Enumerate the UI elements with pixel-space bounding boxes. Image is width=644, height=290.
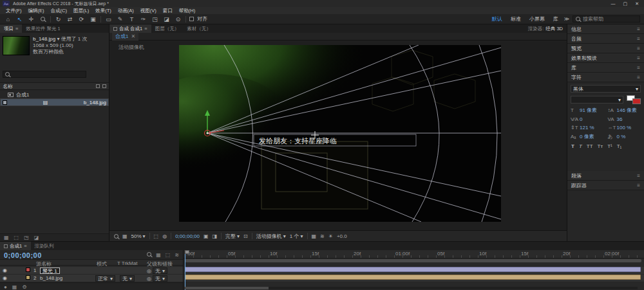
search-icon[interactable] xyxy=(147,252,151,257)
viewer-comp-tab[interactable]: 合成1 ✕ xyxy=(112,33,138,41)
menu-composition[interactable]: 合成(C) xyxy=(48,8,70,14)
exposure-sun-icon[interactable]: ☀ xyxy=(328,233,333,239)
scrollbar-thumb[interactable] xyxy=(185,287,269,289)
switches-icon[interactable]: ▦ xyxy=(12,284,17,290)
project-list-header[interactable]: 名称 xyxy=(0,82,109,90)
show-snapshot-icon[interactable]: ◨ xyxy=(213,233,218,239)
workspace-overflow-icon[interactable]: ≫ xyxy=(564,16,569,22)
panel-menu-icon[interactable]: ≡ xyxy=(637,36,640,42)
transfer-controls-icon[interactable]: ⚙ xyxy=(22,284,26,290)
panel-libraries[interactable]: 库 ≡ xyxy=(567,63,644,73)
chevron-down-icon[interactable]: ▾ xyxy=(57,36,59,42)
workspace-small-screen[interactable]: 小屏幕 xyxy=(527,15,547,23)
menu-edit[interactable]: 编辑(E) xyxy=(25,8,48,14)
workspace-libraries[interactable]: 库 xyxy=(551,15,561,23)
tracking-field[interactable]: VA 36 xyxy=(608,116,641,122)
panel-menu-icon[interactable]: ≡ xyxy=(24,243,26,249)
renderer-control[interactable]: 渲染器: 经典 3D xyxy=(524,24,567,33)
label-color-swatch[interactable] xyxy=(26,267,30,272)
overlay-text[interactable]: 发给朋友：支持星座降临 xyxy=(259,137,337,145)
zoom-tool-icon[interactable] xyxy=(39,15,47,24)
horizontal-scrollbar[interactable] xyxy=(185,287,638,289)
layer-bar-footage[interactable] xyxy=(185,275,641,280)
time-ruler[interactable]: :00f 05f 10f 15f 20f 01:00f 05f 10f 15f … xyxy=(184,250,644,258)
tab-composition[interactable]: 合成 合成1 ≡ xyxy=(109,24,151,33)
fast-previews-icon[interactable]: ≋ xyxy=(320,233,325,239)
snapshot-icon[interactable]: ▣ xyxy=(204,233,209,239)
panel-menu-icon[interactable]: ≡ xyxy=(15,26,18,32)
baseline-shift-field[interactable]: Aₐ 0 像素 xyxy=(571,133,604,140)
pan-camera-tool-icon[interactable]: ⇄ xyxy=(66,15,74,24)
brush-tool-icon[interactable]: ✑ xyxy=(139,15,147,24)
camera-tool-icon[interactable]: ▣ xyxy=(89,15,97,24)
composition-canvas[interactable]: 发给朋友：支持星座降临 xyxy=(179,45,501,222)
menu-window[interactable]: 窗口 xyxy=(160,8,176,14)
menu-layer[interactable]: 图层(L) xyxy=(70,8,92,14)
font-family-select[interactable]: 黑体 ▾ xyxy=(571,85,641,93)
tab-footage[interactable]: 素材（无） xyxy=(183,24,215,33)
new-folder-icon[interactable]: ◳ xyxy=(24,235,29,240)
hand-tool-icon[interactable]: ✛ xyxy=(27,15,35,24)
panel-menu-icon[interactable]: ≡ xyxy=(637,183,640,188)
kerning-field[interactable]: V∕A 0 xyxy=(571,116,604,122)
layer-name-input[interactable]: 聚光 1 xyxy=(40,267,60,274)
panel-preview[interactable]: 预览 ≡ xyxy=(567,44,644,53)
help-search-input[interactable]: 搜索帮助 xyxy=(573,15,640,23)
pixel-aspect-icon[interactable]: ▦ xyxy=(312,233,317,239)
view-layout-select[interactable]: 1 个 ▾ xyxy=(290,233,303,240)
parent-select[interactable]: 无 ▾ xyxy=(153,267,167,274)
all-caps-toggle[interactable]: TT xyxy=(587,143,593,149)
frame-blending-icon[interactable]: ≋ xyxy=(175,252,179,258)
current-time-indicator[interactable] xyxy=(185,250,185,290)
panel-menu-icon[interactable]: ≡ xyxy=(637,26,640,32)
panel-effects-presets[interactable]: 效果和预设 ≡ xyxy=(567,53,644,63)
small-caps-toggle[interactable]: Tᴛ xyxy=(598,143,603,149)
layer-bar-spotlight[interactable] xyxy=(185,267,641,272)
menu-help[interactable]: 帮助(H) xyxy=(176,8,198,14)
maximize-button[interactable]: ▢ xyxy=(623,1,628,6)
layer-name[interactable]: b_148.jpg xyxy=(40,275,62,281)
label-color-swatch[interactable] xyxy=(26,275,30,280)
pickwhip-icon[interactable]: ◎ xyxy=(147,276,151,282)
workspace-default[interactable]: 默认 xyxy=(489,15,505,23)
shape-tool-icon[interactable]: ▭ xyxy=(104,15,113,24)
minimize-button[interactable]: — xyxy=(611,1,616,6)
menu-view[interactable]: 视图(V) xyxy=(137,8,160,14)
project-item-footage[interactable]: ▤ b_148.jpg xyxy=(0,98,109,106)
layer-row-1[interactable]: ◉ 1 聚光 1 ◎ 无 ▾ xyxy=(0,267,183,275)
type-tool-icon[interactable]: T xyxy=(128,15,136,24)
project-item-comp[interactable]: 合成1 xyxy=(0,91,109,98)
superscript-toggle[interactable]: T¹ xyxy=(607,143,612,149)
panel-menu-icon[interactable]: ≡ xyxy=(637,55,640,61)
grid-options-icon[interactable]: ▦ xyxy=(122,233,128,239)
eraser-tool-icon[interactable]: ◪ xyxy=(162,15,171,24)
pen-tool-icon[interactable]: ✎ xyxy=(116,15,124,24)
col-trkmat[interactable]: T TrkMat xyxy=(117,260,137,266)
channels-icon[interactable]: ◍ xyxy=(162,233,167,239)
safe-margins-icon[interactable]: ⬚ xyxy=(154,233,159,239)
timeline-track-area[interactable]: :00f 05f 10f 15f 20f 01:00f 05f 10f 15f … xyxy=(184,250,644,290)
exposure-value[interactable]: +0.0 xyxy=(337,233,347,239)
eye-icon[interactable]: ◉ xyxy=(3,275,7,281)
selection-tool-icon[interactable]: ↖ xyxy=(15,15,24,24)
panel-character[interactable]: 字符 ≡ xyxy=(567,73,644,82)
trash-icon[interactable]: ◪ xyxy=(34,235,39,240)
trkmat-select[interactable]: 无 ▾ xyxy=(120,275,135,282)
viewer-timecode[interactable]: 0;00;00;00 xyxy=(175,233,200,239)
eye-icon[interactable]: ◉ xyxy=(3,267,7,273)
work-area-bar[interactable] xyxy=(185,259,641,262)
blend-mode-select[interactable]: 正常 ▾ xyxy=(95,275,115,282)
panel-menu-icon[interactable]: ≡ xyxy=(637,46,640,51)
workspace-standard[interactable]: 标准 xyxy=(508,15,524,23)
menu-effect[interactable]: 效果(T) xyxy=(92,8,115,14)
color-depth-icon[interactable]: ⬚ xyxy=(14,235,19,240)
faux-italic-toggle[interactable]: T xyxy=(579,143,582,149)
expand-layers-icon[interactable]: ● xyxy=(4,284,7,290)
stroke-color-swatch[interactable] xyxy=(632,98,641,104)
composition-frame[interactable]: 发给朋友：支持星座降临 xyxy=(179,45,501,222)
horizontal-scale-field[interactable]: ⇔T 100 % xyxy=(608,125,641,131)
tab-layer[interactable]: 图层（无） xyxy=(151,24,184,33)
tab-project[interactable]: 项目 ≡ xyxy=(0,24,22,33)
vertical-scale-field[interactable]: ⇕T 121 % xyxy=(571,125,604,131)
puppet-tool-icon[interactable]: ⊙ xyxy=(174,15,182,24)
